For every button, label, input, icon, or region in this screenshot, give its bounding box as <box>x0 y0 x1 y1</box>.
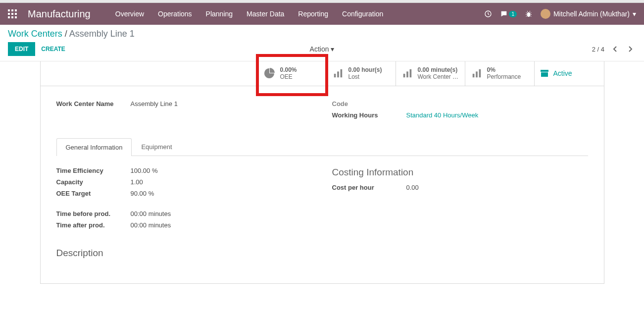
label-cap: Capacity <box>56 178 131 186</box>
pager-prev[interactable] <box>609 44 620 54</box>
breadcrumb: Work Centers / Assembly Line 1 <box>8 29 135 39</box>
svg-rect-4 <box>340 69 342 78</box>
form-columns: Work Center Name Assembly Line 1 Code Wo… <box>56 100 588 123</box>
form-body: Work Center Name Assembly Line 1 Code Wo… <box>41 86 604 283</box>
user-menu[interactable]: Mitchell Admin (Mukthar) ▾ <box>541 9 636 19</box>
breadcrumb-row: Work Centers / Assembly Line 1 <box>0 25 644 39</box>
field-name: Work Center Name Assembly Line 1 <box>56 100 312 107</box>
svg-rect-2 <box>334 74 336 77</box>
nav-reporting[interactable]: Reporting <box>298 10 328 18</box>
label-te: Time Efficiency <box>56 167 131 174</box>
value-cph: 0.00 <box>406 184 419 191</box>
pie-chart-icon <box>263 67 275 79</box>
value-hours[interactable]: Standard 40 Hours/Week <box>406 111 479 119</box>
tab-left: Time Efficiency 100.00 % Capacity 1.00 O… <box>56 167 312 233</box>
svg-rect-10 <box>479 69 481 78</box>
stat-active-label: Active <box>553 69 572 77</box>
value-ta: 00:00 minutes <box>131 221 171 229</box>
action-dropdown[interactable]: Action ▾ <box>310 45 335 53</box>
description-header: Description <box>56 248 588 259</box>
field-time-after: Time after prod. 00:00 minutes <box>56 221 312 229</box>
app-title: Manufacturing <box>28 8 91 20</box>
activity-icon[interactable] <box>484 10 492 18</box>
label-hours: Working Hours <box>332 111 406 119</box>
debug-icon[interactable] <box>525 10 533 18</box>
form-sheet: 0.00% OEE 0.00 hour(s) Lost 0.00 minut <box>40 61 604 284</box>
field-capacity: Capacity 1.00 <box>56 178 312 186</box>
tab-general[interactable]: General Information <box>56 138 132 156</box>
pager-text: 2 / 4 <box>592 46 604 53</box>
stat-oee-text: 0.00% OEE <box>280 66 297 81</box>
svg-rect-9 <box>476 72 478 78</box>
pager: 2 / 4 <box>592 44 636 54</box>
svg-rect-8 <box>472 74 474 77</box>
value-te: 100.00 % <box>131 167 158 174</box>
breadcrumb-current: Assembly Line 1 <box>69 29 135 39</box>
value-oee: 90.00 % <box>131 190 154 197</box>
svg-rect-7 <box>409 69 411 78</box>
main-navbar: Manufacturing Overview Operations Planni… <box>0 3 644 25</box>
field-time-before: Time before prod. 00:00 minutes <box>56 210 312 217</box>
value-name: Assembly Line 1 <box>131 100 178 107</box>
svg-rect-5 <box>403 74 405 77</box>
svg-point-1 <box>527 12 531 17</box>
label-code: Code <box>332 100 406 107</box>
nav-operations[interactable]: Operations <box>158 10 192 18</box>
field-hours: Working Hours Standard 40 Hours/Week <box>332 111 588 119</box>
user-name: Mitchell Admin (Mukthar) <box>553 10 630 18</box>
label-oee: OEE Target <box>56 190 131 197</box>
value-tb: 00:00 minutes <box>131 210 171 217</box>
stat-performance[interactable]: 0% Performance <box>465 61 535 86</box>
value-cap: 1.00 <box>131 178 143 186</box>
breadcrumb-sep: / <box>65 29 69 39</box>
nav-planning[interactable]: Planning <box>206 10 233 18</box>
avatar <box>541 9 550 19</box>
bar-chart-icon <box>471 68 482 79</box>
edit-button[interactable]: EDIT <box>8 42 35 56</box>
stat-load-text: 0.00 minute(s) Work Center … <box>418 66 458 81</box>
stat-perf-text: 0% Performance <box>487 66 521 81</box>
stat-buttons: 0.00% OEE 0.00 hour(s) Lost 0.00 minut <box>41 61 604 86</box>
nav-menu: Overview Operations Planning Master Data… <box>115 10 384 18</box>
nav-overview[interactable]: Overview <box>115 10 144 18</box>
bar-chart-icon <box>333 68 344 79</box>
field-oee-target: OEE Target 90.00 % <box>56 190 312 197</box>
stat-spacer <box>41 61 257 86</box>
create-button[interactable]: CREATE <box>41 46 65 53</box>
nav-master-data[interactable]: Master Data <box>247 10 284 18</box>
stat-load[interactable]: 0.00 minute(s) Work Center … <box>396 61 465 86</box>
caret-down-icon: ▾ <box>331 45 334 53</box>
label-name: Work Center Name <box>56 100 131 107</box>
label-cph: Cost per hour <box>332 184 406 191</box>
bar-chart-icon <box>402 68 413 79</box>
archive-icon <box>541 70 548 77</box>
nav-configuration[interactable]: Configuration <box>342 10 383 18</box>
svg-rect-3 <box>337 72 339 78</box>
stat-active[interactable]: Active <box>535 61 604 86</box>
sheet-container: 0.00% OEE 0.00 hour(s) Lost 0.00 minut <box>0 61 644 296</box>
tabs: General Information Equipment <box>56 138 588 156</box>
costing-header: Costing Information <box>332 167 588 178</box>
breadcrumb-parent[interactable]: Work Centers <box>8 29 62 39</box>
field-cost-per-hour: Cost per hour 0.00 <box>332 184 588 191</box>
tab-equipment[interactable]: Equipment <box>132 138 181 156</box>
stat-lost[interactable]: 0.00 hour(s) Lost <box>327 61 396 86</box>
svg-rect-6 <box>406 72 408 78</box>
tab-right: Costing Information Cost per hour 0.00 <box>332 167 588 233</box>
form-right: Code Working Hours Standard 40 Hours/Wee… <box>332 100 588 123</box>
caret-down-icon: ▾ <box>633 10 636 18</box>
messaging-icon[interactable]: 1 <box>500 10 517 18</box>
message-badge: 1 <box>509 11 517 17</box>
form-left: Work Center Name Assembly Line 1 <box>56 100 312 123</box>
stat-oee[interactable]: 0.00% OEE <box>257 55 327 95</box>
apps-icon[interactable] <box>8 9 17 18</box>
field-code: Code <box>332 100 588 107</box>
stat-lost-text: 0.00 hour(s) Lost <box>348 66 382 81</box>
tab-columns: Time Efficiency 100.00 % Capacity 1.00 O… <box>56 167 588 233</box>
label-ta: Time after prod. <box>56 221 131 229</box>
label-tb: Time before prod. <box>56 210 131 217</box>
action-dropdown-wrap: Action ▾ <box>310 45 335 53</box>
nav-right: 1 Mitchell Admin (Mukthar) ▾ <box>484 9 636 19</box>
tab-content: Time Efficiency 100.00 % Capacity 1.00 O… <box>56 156 588 269</box>
pager-next[interactable] <box>625 44 636 54</box>
